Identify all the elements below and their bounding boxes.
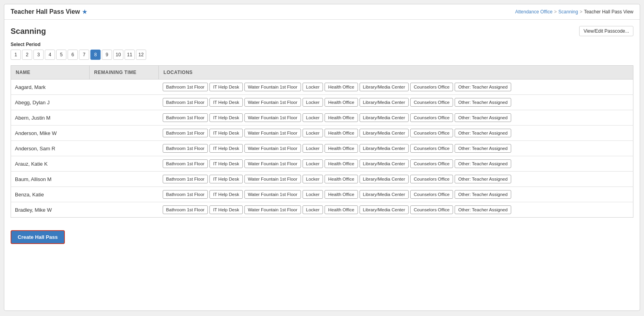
location-btn-librarymedia-center[interactable]: Library/Media Center bbox=[360, 190, 409, 199]
location-btn-health-office[interactable]: Health Office bbox=[325, 175, 358, 183]
location-btn-counselors-office[interactable]: Counselors Office bbox=[410, 144, 453, 153]
period-btn-6[interactable]: 6 bbox=[68, 50, 78, 60]
location-btn-health-office[interactable]: Health Office bbox=[325, 129, 358, 137]
location-btn-it-help-desk[interactable]: IT Help Desk bbox=[209, 83, 242, 91]
location-btn-counselors-office[interactable]: Counselors Office bbox=[410, 190, 453, 199]
page-title-area: Teacher Hall Pass View ★ bbox=[11, 8, 87, 15]
location-btn-bathroom-1st-floor[interactable]: Bathroom 1st Floor bbox=[163, 83, 208, 91]
location-btn-health-office[interactable]: Health Office bbox=[325, 113, 358, 122]
location-btn-counselors-office[interactable]: Counselors Office bbox=[410, 205, 453, 214]
location-btn-water-fountain-1st-floor[interactable]: Water Fountain 1st Floor bbox=[244, 144, 301, 153]
period-btn-1[interactable]: 1 bbox=[11, 50, 21, 60]
location-btn-librarymedia-center[interactable]: Library/Media Center bbox=[360, 144, 409, 153]
location-btn-locker[interactable]: Locker bbox=[303, 129, 323, 137]
location-btn-it-help-desk[interactable]: IT Help Desk bbox=[209, 129, 242, 137]
location-btn-bathroom-1st-floor[interactable]: Bathroom 1st Floor bbox=[163, 190, 208, 199]
location-btn-water-fountain-1st-floor[interactable]: Water Fountain 1st Floor bbox=[244, 190, 301, 199]
location-btn-locker[interactable]: Locker bbox=[303, 113, 323, 122]
location-btn-librarymedia-center[interactable]: Library/Media Center bbox=[360, 83, 409, 91]
period-btn-10[interactable]: 10 bbox=[113, 50, 123, 60]
location-btn-locker[interactable]: Locker bbox=[303, 159, 323, 168]
location-btn-other-teacher-assigned[interactable]: Other: Teacher Assigned bbox=[455, 159, 511, 168]
location-btn-other-teacher-assigned[interactable]: Other: Teacher Assigned bbox=[455, 83, 511, 91]
locations-cell-6: Bathroom 1st FloorIT Help DeskWater Foun… bbox=[159, 172, 633, 187]
section-header: Scanning View/Edit Passcode... bbox=[11, 26, 633, 36]
location-btn-librarymedia-center[interactable]: Library/Media Center bbox=[360, 98, 409, 107]
location-btn-health-office[interactable]: Health Office bbox=[325, 205, 358, 214]
location-btn-locker[interactable]: Locker bbox=[303, 144, 323, 153]
main-content: Scanning View/Edit Passcode... Select Pe… bbox=[4, 20, 640, 218]
location-btn-bathroom-1st-floor[interactable]: Bathroom 1st Floor bbox=[163, 113, 208, 122]
period-btn-11[interactable]: 11 bbox=[125, 50, 135, 60]
location-btn-librarymedia-center[interactable]: Library/Media Center bbox=[360, 175, 409, 183]
remaining-time-2 bbox=[89, 110, 159, 126]
period-btn-2[interactable]: 2 bbox=[22, 50, 32, 60]
location-btn-health-office[interactable]: Health Office bbox=[325, 144, 358, 153]
location-btn-locker[interactable]: Locker bbox=[303, 190, 323, 199]
location-btn-other-teacher-assigned[interactable]: Other: Teacher Assigned bbox=[455, 144, 511, 153]
locations-cell-7: Bathroom 1st FloorIT Help DeskWater Foun… bbox=[159, 187, 633, 202]
location-btn-other-teacher-assigned[interactable]: Other: Teacher Assigned bbox=[455, 98, 511, 107]
location-btn-it-help-desk[interactable]: IT Help Desk bbox=[209, 175, 242, 183]
breadcrumb-attendance-office[interactable]: Attendance Office bbox=[515, 9, 552, 15]
location-btn-other-teacher-assigned[interactable]: Other: Teacher Assigned bbox=[455, 129, 511, 137]
location-btn-water-fountain-1st-floor[interactable]: Water Fountain 1st Floor bbox=[244, 113, 301, 122]
location-btn-locker[interactable]: Locker bbox=[303, 83, 323, 91]
location-btn-health-office[interactable]: Health Office bbox=[325, 159, 358, 168]
location-btn-locker[interactable]: Locker bbox=[303, 98, 323, 107]
location-btn-other-teacher-assigned[interactable]: Other: Teacher Assigned bbox=[455, 190, 511, 199]
view-edit-passcode-button[interactable]: View/Edit Passcode... bbox=[579, 26, 633, 36]
footer: Create Hall Pass bbox=[4, 224, 640, 250]
location-btn-water-fountain-1st-floor[interactable]: Water Fountain 1st Floor bbox=[244, 175, 301, 183]
location-btn-locker[interactable]: Locker bbox=[303, 175, 323, 183]
location-btn-it-help-desk[interactable]: IT Help Desk bbox=[209, 144, 242, 153]
period-select-label: Select Period bbox=[11, 42, 633, 47]
location-btn-water-fountain-1st-floor[interactable]: Water Fountain 1st Floor bbox=[244, 159, 301, 168]
location-btn-bathroom-1st-floor[interactable]: Bathroom 1st Floor bbox=[163, 159, 208, 168]
location-btn-it-help-desk[interactable]: IT Help Desk bbox=[209, 159, 242, 168]
student-name-5: Arauz, Katie K bbox=[11, 156, 90, 172]
location-btn-librarymedia-center[interactable]: Library/Media Center bbox=[360, 113, 409, 122]
create-hall-pass-button[interactable]: Create Hall Pass bbox=[11, 230, 65, 244]
location-btn-bathroom-1st-floor[interactable]: Bathroom 1st Floor bbox=[163, 175, 208, 183]
location-btn-water-fountain-1st-floor[interactable]: Water Fountain 1st Floor bbox=[244, 98, 301, 107]
location-btn-it-help-desk[interactable]: IT Help Desk bbox=[209, 113, 242, 122]
location-btn-bathroom-1st-floor[interactable]: Bathroom 1st Floor bbox=[163, 98, 208, 107]
location-btn-locker[interactable]: Locker bbox=[303, 205, 323, 214]
location-btn-counselors-office[interactable]: Counselors Office bbox=[410, 83, 453, 91]
col-locations: LOCATIONS bbox=[159, 66, 633, 79]
location-btn-bathroom-1st-floor[interactable]: Bathroom 1st Floor bbox=[163, 144, 208, 153]
locations-cell-3: Bathroom 1st FloorIT Help DeskWater Foun… bbox=[159, 126, 633, 141]
period-btn-9[interactable]: 9 bbox=[102, 50, 112, 60]
location-btn-other-teacher-assigned[interactable]: Other: Teacher Assigned bbox=[455, 113, 511, 122]
breadcrumb-scanning[interactable]: Scanning bbox=[558, 9, 578, 15]
breadcrumb-sep-2: > bbox=[580, 9, 582, 15]
location-btn-water-fountain-1st-floor[interactable]: Water Fountain 1st Floor bbox=[244, 205, 301, 214]
location-btn-health-office[interactable]: Health Office bbox=[325, 190, 358, 199]
location-btn-counselors-office[interactable]: Counselors Office bbox=[410, 175, 453, 183]
period-btn-7[interactable]: 7 bbox=[79, 50, 89, 60]
period-btn-8[interactable]: 8 bbox=[90, 50, 101, 60]
location-btn-health-office[interactable]: Health Office bbox=[325, 98, 358, 107]
location-btn-bathroom-1st-floor[interactable]: Bathroom 1st Floor bbox=[163, 205, 208, 214]
location-btn-librarymedia-center[interactable]: Library/Media Center bbox=[360, 159, 409, 168]
period-btn-3[interactable]: 3 bbox=[33, 50, 44, 60]
location-btn-it-help-desk[interactable]: IT Help Desk bbox=[209, 190, 242, 199]
period-btn-4[interactable]: 4 bbox=[45, 50, 55, 60]
location-btn-water-fountain-1st-floor[interactable]: Water Fountain 1st Floor bbox=[244, 83, 301, 91]
location-btn-bathroom-1st-floor[interactable]: Bathroom 1st Floor bbox=[163, 129, 208, 137]
location-btn-counselors-office[interactable]: Counselors Office bbox=[410, 159, 453, 168]
location-btn-librarymedia-center[interactable]: Library/Media Center bbox=[360, 205, 409, 214]
location-btn-it-help-desk[interactable]: IT Help Desk bbox=[209, 98, 242, 107]
period-btn-5[interactable]: 5 bbox=[56, 50, 66, 60]
location-btn-counselors-office[interactable]: Counselors Office bbox=[410, 98, 453, 107]
location-btn-librarymedia-center[interactable]: Library/Media Center bbox=[360, 129, 409, 137]
location-btn-water-fountain-1st-floor[interactable]: Water Fountain 1st Floor bbox=[244, 129, 301, 137]
location-btn-it-help-desk[interactable]: IT Help Desk bbox=[209, 205, 242, 214]
location-btn-other-teacher-assigned[interactable]: Other: Teacher Assigned bbox=[455, 175, 511, 183]
location-btn-other-teacher-assigned[interactable]: Other: Teacher Assigned bbox=[455, 205, 511, 214]
location-btn-health-office[interactable]: Health Office bbox=[325, 83, 358, 91]
location-btn-counselors-office[interactable]: Counselors Office bbox=[410, 113, 453, 122]
period-btn-12[interactable]: 12 bbox=[136, 50, 146, 60]
location-btn-counselors-office[interactable]: Counselors Office bbox=[410, 129, 453, 137]
